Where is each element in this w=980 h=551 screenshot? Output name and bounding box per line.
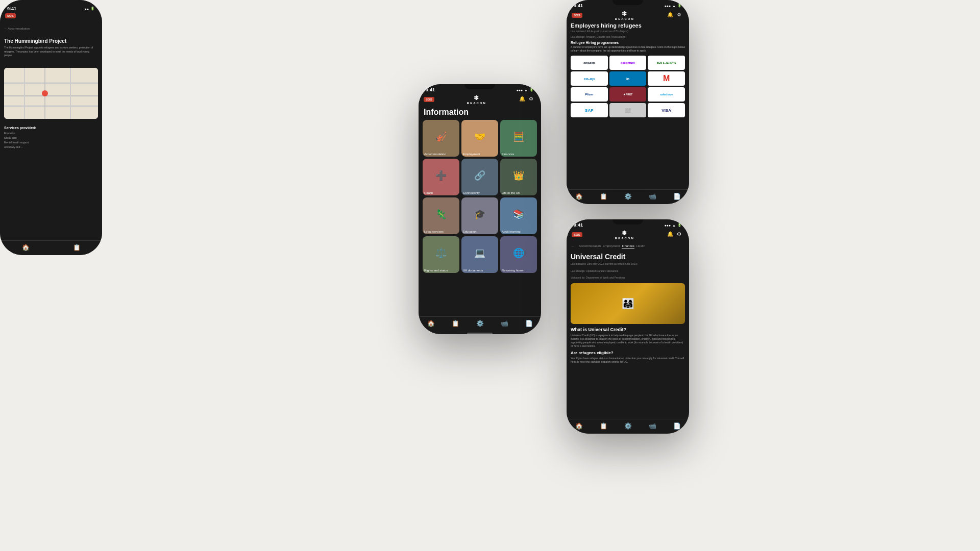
grid-item-finances[interactable]: 🧮 Finances	[500, 120, 537, 157]
search-nav-icon-3: ⚙️	[624, 422, 632, 430]
docs-nav-icon-1: 📋	[452, 320, 459, 327]
uk-docs-label: UK documents	[461, 268, 498, 273]
logo-accenture[interactable]: accenture	[609, 56, 647, 70]
app-header-4: SOS	[0, 12, 102, 20]
settings-icon-1[interactable]: ⚙	[529, 96, 536, 103]
beacon-logo-2: ❄ BEACON	[615, 10, 634, 20]
logo-pfizer[interactable]: Pfizer	[571, 87, 608, 102]
employers-title: Employers hiring refugees	[571, 22, 685, 29]
finances-icon: 🧮	[513, 131, 524, 142]
sos-badge-4[interactable]: SOS	[5, 13, 16, 18]
logo-ben-jerrys[interactable]: BEN & JERRY'S	[648, 56, 685, 70]
nav-home-4[interactable]: 🏠	[22, 244, 30, 251]
grid-item-life-uk[interactable]: 👑 Life in the UK	[500, 159, 537, 195]
nav-video-2[interactable]: 📹	[649, 193, 656, 200]
sos-badge-3[interactable]: SOS	[572, 232, 582, 237]
nav-search-3[interactable]: ⚙️	[624, 422, 632, 430]
nav-docs-2[interactable]: 📋	[600, 193, 607, 200]
profile-nav-icon-3: 📄	[673, 422, 681, 430]
category-nav-3: ← Accommodation Employment Finances Heal…	[567, 242, 689, 251]
grid-item-uk-documents[interactable]: 💻 UK documents	[461, 236, 498, 273]
nav-docs-3[interactable]: 📋	[600, 422, 607, 430]
phone-4: 9:41 ●●🔋 SOS ← Accommodation The Humming…	[0, 0, 102, 255]
nav-profile-1[interactable]: 📄	[525, 320, 533, 327]
rights-label: Rights and status	[423, 268, 459, 273]
grid-item-returning-home[interactable]: 🌐 Returning home	[500, 236, 537, 273]
nav-home-2[interactable]: 🏠	[575, 193, 583, 200]
cat-health[interactable]: Health	[636, 244, 645, 248]
logo-amazon[interactable]: amazon	[571, 56, 608, 70]
notification-icon-2[interactable]: 🔔	[667, 12, 674, 19]
notification-icon-1[interactable]: 🔔	[519, 96, 526, 103]
cat-employment[interactable]: Employment	[603, 244, 620, 248]
beacon-logo-1: ❄ BEACON	[467, 94, 486, 105]
logo-sap[interactable]: SAP	[571, 103, 608, 117]
settings-icon-2[interactable]: ⚙	[677, 12, 684, 19]
back-button-4[interactable]: ← Accommodation	[4, 27, 30, 30]
uk-docs-icon: 💻	[474, 247, 485, 259]
cat-finances[interactable]: Finances	[622, 244, 634, 248]
grid-item-education[interactable]: 🎓 Education	[461, 197, 498, 234]
logo-linkedin[interactable]: in	[609, 71, 647, 86]
universal-credit-section: Universal Credit Last updated: 23rd May …	[567, 251, 689, 419]
nav-home-3[interactable]: 🏠	[575, 422, 583, 430]
app-header-1: SOS ❄ BEACON 🔔 ⚙	[419, 93, 541, 107]
returning-home-label: Returning home	[500, 268, 537, 273]
employment-icon: 🤝	[474, 131, 485, 142]
nav-profile-2[interactable]: 📄	[673, 193, 681, 200]
logo-salesforce[interactable]: salesforce	[648, 87, 685, 102]
nav-docs-4[interactable]: 📋	[73, 244, 81, 251]
time-2: 9:41	[574, 3, 583, 8]
logo-pret[interactable]: ★ PRET	[609, 87, 647, 102]
nav-search-1[interactable]: ⚙️	[476, 320, 484, 327]
nav-video-3[interactable]: 📹	[649, 422, 656, 430]
uc-meta-3: Validated by: Department of Work and Pen…	[571, 276, 685, 280]
nav-search-2[interactable]: ⚙️	[624, 193, 632, 200]
logo-mcdonalds[interactable]: M	[648, 71, 685, 86]
nav-docs-1[interactable]: 📋	[452, 320, 459, 327]
grid-item-rights[interactable]: ⚖️ Rights and status	[423, 236, 459, 273]
logo-coop[interactable]: co-op	[571, 71, 608, 86]
grid-item-employment[interactable]: 🤝 Employment	[461, 120, 498, 157]
employer-section: Employers hiring refugees Last updated: …	[567, 22, 689, 189]
snowflake-icon-2: ❄	[622, 10, 627, 17]
hiring-programmes-desc: A number of employers have set up dedica…	[571, 45, 685, 53]
home-nav-icon-4: 🏠	[22, 244, 30, 251]
phone-3: 9:41 ●●●▲🔋 SOS ❄ BEACON 🔔 ⚙ ← Accommodat…	[567, 219, 689, 434]
logo-visa[interactable]: VISA	[648, 103, 685, 117]
beacon-text-3: BEACON	[615, 237, 634, 240]
grid-item-health[interactable]: ➕ Health	[423, 159, 459, 195]
map-view[interactable]	[4, 68, 98, 119]
video-nav-icon-2: 📹	[649, 193, 656, 200]
grid-item-local-services[interactable]: 🦎 Local services	[423, 197, 459, 234]
cat-accommodation[interactable]: Accommodation	[579, 244, 601, 248]
search-nav-icon-1: ⚙️	[476, 320, 484, 327]
employment-label: Employment	[461, 152, 498, 157]
nav-home-1[interactable]: 🏠	[427, 320, 435, 327]
docs-nav-icon-2: 📋	[600, 193, 607, 200]
nav-profile-3[interactable]: 📄	[673, 422, 681, 430]
phone-2: 9:41 ●●●▲🔋 SOS ❄ BEACON 🔔 ⚙ Employers hi…	[567, 0, 689, 204]
logo-unknown[interactable]: ░░	[609, 103, 647, 117]
back-arrow-3[interactable]: ←	[571, 244, 575, 248]
notch-2	[612, 0, 643, 5]
uc-meta-1: Last updated: 23rd May 2023 (current as …	[571, 262, 685, 266]
bottom-nav-1: 🏠 📋 ⚙️ 📹 📄	[419, 316, 541, 331]
life-uk-icon: 👑	[513, 170, 524, 181]
what-is-uc-text: Universal Credit (UC) is a payment to he…	[571, 334, 685, 348]
header-icons-1: 🔔 ⚙	[519, 96, 536, 103]
notification-icon-3[interactable]: 🔔	[667, 231, 674, 238]
video-nav-icon-3: 📹	[649, 422, 656, 430]
search-nav-icon-2: ⚙️	[624, 193, 632, 200]
finances-label: Finances	[500, 152, 537, 157]
grid-item-accommodation[interactable]: 🎻 Accommodation	[423, 120, 459, 157]
settings-icon-3[interactable]: ⚙	[677, 231, 684, 238]
nav-video-1[interactable]: 📹	[501, 320, 508, 327]
grid-item-connectivity[interactable]: 🔗 Connectivity	[461, 159, 498, 195]
grid-item-adult-learning[interactable]: 📚 Adult learning	[500, 197, 537, 234]
beacon-text-1: BEACON	[467, 102, 486, 105]
sos-badge-1[interactable]: SOS	[424, 97, 434, 102]
sos-badge-2[interactable]: SOS	[572, 13, 582, 18]
snowflake-icon-3: ❄	[622, 230, 627, 237]
screen-title-1: Information	[419, 107, 541, 120]
